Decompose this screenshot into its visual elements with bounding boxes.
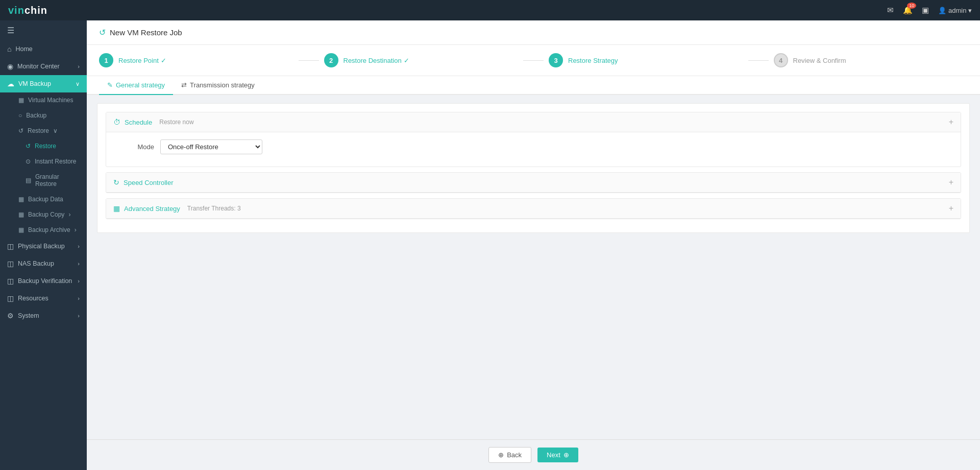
sidebar-label-granular-restore: Granular Restore: [35, 173, 80, 187]
physical-backup-icon: ◫: [7, 242, 14, 250]
restore-sub-icon: ↺: [26, 143, 31, 150]
monitor-center-icon: ◉: [7, 62, 13, 70]
step-1-text: Restore Point: [118, 57, 159, 64]
sidebar-label-virtual-machines: Virtual Machines: [28, 97, 74, 104]
speed-plus-icon[interactable]: +: [949, 178, 953, 187]
step-3: 3 Restore Strategy: [549, 53, 743, 67]
step-1: 1 Restore Point ✓: [99, 53, 293, 67]
content-area: ↺ New VM Restore Job 1 Restore Point ✓ 2…: [87, 20, 980, 470]
mode-select[interactable]: Once-off Restore Scheduled Restore: [160, 139, 262, 154]
instant-restore-icon: ⊙: [26, 158, 31, 165]
sidebar-label-backup: Backup: [26, 112, 46, 119]
next-button[interactable]: Next ⊕: [537, 448, 578, 462]
notification-badge: 10: [907, 3, 916, 9]
sidebar-item-backup-copy[interactable]: ▦ Backup Copy ›: [0, 207, 87, 222]
step-label-2: Restore Destination ✓: [344, 57, 409, 64]
tab-general-strategy[interactable]: ✎ General strategy: [99, 76, 173, 95]
tab-transmission-label: Transmission strategy: [190, 81, 255, 89]
step-2: 2 Restore Destination ✓: [324, 53, 519, 67]
schedule-plus-icon[interactable]: +: [949, 118, 953, 127]
sidebar-item-backup-verification[interactable]: ◫ Backup Verification ›: [0, 272, 87, 290]
back-button[interactable]: ⊕ Back: [488, 447, 531, 463]
nas-backup-icon: ◫: [7, 260, 14, 268]
sidebar-item-virtual-machines[interactable]: ▦ Virtual Machines: [0, 92, 87, 108]
step-num-1: 1: [99, 53, 113, 67]
step-1-check-icon: ✓: [161, 57, 166, 64]
tab-general-label: General strategy: [116, 81, 165, 89]
schedule-subtitle: Restore now: [159, 119, 193, 126]
step-label-1: Restore Point ✓: [118, 57, 166, 64]
sidebar-label-backup-copy: Backup Copy: [28, 211, 64, 218]
chevron-down-restore-icon: ∨: [53, 127, 58, 134]
chevron-nas-backup-icon: ›: [78, 261, 80, 267]
sidebar-item-system[interactable]: ⚙ System ›: [0, 307, 87, 324]
system-icon: ⚙: [7, 312, 14, 320]
tab-transmission-strategy[interactable]: ⇄ Transmission strategy: [173, 76, 263, 95]
advanced-strategy-section: ▦ Advanced Strategy Transfer Threads: 3 …: [106, 198, 961, 219]
advanced-strategy-subtitle: Transfer Threads: 3: [187, 205, 241, 212]
sidebar-item-granular-restore[interactable]: ▤ Granular Restore: [0, 169, 87, 192]
chevron-right-icon: ›: [78, 63, 80, 69]
main-layout: ☰ ⌂ Home ◉ Monitor Center › ☁ VM Backup …: [0, 20, 980, 470]
speed-controller-section: ↻ Speed Controller +: [106, 172, 961, 193]
step-4: 4 Review & Confirm: [774, 53, 968, 67]
schedule-icon: ⏱: [113, 118, 120, 126]
logo-vin: vin: [8, 5, 24, 16]
sidebar-label-backup-data: Backup Data: [28, 196, 63, 203]
sidebar-label-monitor: Monitor Center: [17, 63, 60, 70]
page-title: New VM Restore Job: [110, 28, 182, 37]
sidebar-item-monitor[interactable]: ◉ Monitor Center ›: [0, 58, 87, 75]
sidebar-item-restore-sub[interactable]: ↺ Restore: [0, 138, 87, 154]
chevron-backup-archive-icon: ›: [75, 226, 77, 233]
step-4-text: Review & Confirm: [793, 57, 846, 64]
advanced-strategy-header[interactable]: ▦ Advanced Strategy Transfer Threads: 3 …: [106, 199, 961, 219]
resources-icon: ◫: [7, 294, 14, 302]
admin-menu[interactable]: 👤 admin ▾: [938, 7, 972, 14]
sidebar-item-vmbackup[interactable]: ☁ VM Backup ∨: [0, 75, 87, 92]
monitor-icon[interactable]: ▣: [922, 6, 929, 15]
speed-controller-title: Speed Controller: [124, 179, 174, 186]
notifications-icon[interactable]: 🔔 10: [903, 6, 913, 15]
scroll-area: ⏱ Schedule Restore now + Mode Once-off R…: [87, 95, 980, 439]
chevron-physical-backup-icon: ›: [78, 243, 80, 249]
sidebar-label-vmbackup: VM Backup: [18, 80, 51, 87]
sidebar-item-backup-archive[interactable]: ▦ Backup Archive ›: [0, 222, 87, 238]
wizard-steps: 1 Restore Point ✓ 2 Restore Destination …: [87, 45, 980, 76]
messages-icon[interactable]: ✉: [887, 6, 894, 15]
schedule-title: Schedule: [125, 119, 152, 126]
topnav: vinchin ✉ 🔔 10 ▣ 👤 admin ▾: [0, 0, 980, 20]
vmbackup-icon: ☁: [7, 80, 14, 88]
advanced-plus-icon[interactable]: +: [949, 204, 953, 213]
mode-row: Mode Once-off Restore Scheduled Restore: [113, 139, 953, 154]
sidebar-item-restore[interactable]: ↺ Restore ∨: [0, 123, 87, 138]
page-header: ↺ New VM Restore Job: [87, 20, 980, 45]
sidebar-item-physical-backup[interactable]: ◫ Physical Backup ›: [0, 238, 87, 255]
sidebar-item-backup-data[interactable]: ▦ Backup Data: [0, 192, 87, 207]
step-divider-1: [299, 60, 319, 61]
hamburger-icon[interactable]: ☰: [0, 20, 87, 40]
sidebar-item-nas-backup[interactable]: ◫ NAS Backup ›: [0, 255, 87, 272]
sidebar-item-resources[interactable]: ◫ Resources ›: [0, 290, 87, 307]
schedule-header[interactable]: ⏱ Schedule Restore now +: [106, 112, 961, 132]
chevron-backup-verification-icon: ›: [78, 278, 80, 284]
sidebar-item-instant-restore[interactable]: ⊙ Instant Restore: [0, 154, 87, 169]
sidebar-label-system: System: [18, 312, 39, 319]
sidebar-item-backup[interactable]: ○ Backup: [0, 108, 87, 123]
sidebar-label-restore: Restore: [28, 127, 49, 134]
back-label: Back: [507, 451, 522, 459]
speed-controller-header[interactable]: ↻ Speed Controller +: [106, 173, 961, 193]
backup-verification-icon: ◫: [7, 277, 14, 285]
sidebar-label-physical-backup: Physical Backup: [18, 243, 65, 250]
back-circle-icon: ⊕: [498, 451, 504, 459]
granular-restore-icon: ▤: [26, 177, 31, 184]
backup-copy-icon: ▦: [18, 211, 24, 218]
next-arrow-icon: ⊕: [564, 451, 569, 459]
backup-data-icon: ▦: [18, 196, 24, 203]
page-header-restore-icon: ↺: [99, 28, 106, 37]
step-2-text: Restore Destination: [344, 57, 402, 64]
virtual-machines-icon: ▦: [18, 97, 24, 104]
sidebar-item-home[interactable]: ⌂ Home: [0, 40, 87, 58]
logo-chin: chin: [24, 5, 47, 16]
speed-icon: ↻: [113, 178, 119, 186]
next-label: Next: [547, 451, 560, 459]
